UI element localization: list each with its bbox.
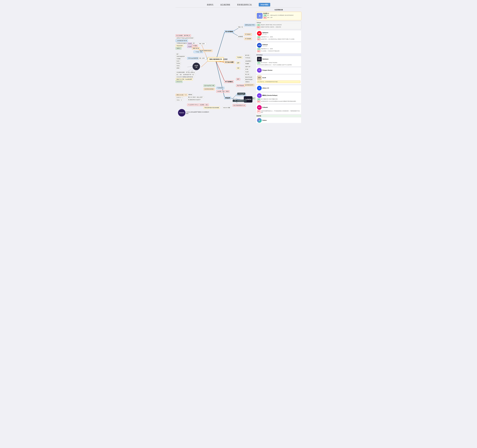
rollups-con-badge: 缺点 (257, 26, 260, 28)
nakamoto-node: Nakamoto 数数 (222, 107, 231, 109)
header-item-1: 多链时代 (207, 4, 213, 6)
starkware-logo: STK (257, 57, 262, 61)
scaling-solution: 上述问题促进扩展方案 (176, 40, 188, 42)
chain-activity-cost: 链上活动增多，成本不断上升 (176, 35, 191, 37)
svg-line-0 (216, 32, 225, 61)
consensus-type: 共识模型 (176, 58, 181, 60)
single-chain-counter: 单链（反例） (198, 43, 206, 45)
eth-pro-text: 最大、最多dApp生态 | EVM网络效应 | 最大的开发者社区 (267, 15, 294, 17)
op-pro-text: 有效利用ETH L2、活跃性 (261, 36, 273, 38)
build-ecosystem: 自建生态 (176, 47, 181, 49)
solana-info: Solana (262, 120, 267, 121)
rollups-cons: 缺点 依赖集中式排序器 | 互操作性 — 有退出时间 (257, 26, 301, 28)
arb-cons: 缺点 中心化风险 — 不具有无许可可验证证明 (257, 50, 300, 52)
celestia-pros: 优势 执行与数据分层 | 潜在中期解决方案 (257, 98, 300, 100)
ibc-node: IBC（跨链通信协议） (233, 100, 247, 102)
osmosis-section: Osmosis Cosmos上的dApp链资产直接进入Osmo链域DeFi集成 (178, 109, 209, 117)
runtime-node: Runtime (176, 62, 181, 64)
ph-logo: PH (257, 68, 262, 73)
specialization-advantages-node: 专门化3大优势 (224, 61, 234, 64)
core-dev-centralization: 核心开发的高度去中心化 (233, 104, 246, 106)
eth-logo: ⟡ (257, 13, 262, 19)
special-env1-node: 专门的设计 (244, 33, 252, 35)
indo-node: Indo投票、验包、浏览器 (216, 90, 230, 93)
dapp-chain-left: dApp链 (187, 46, 192, 48)
rollups-section: Rollups 优势 更低成本 | 更快用户体验 | Ethereum的安全性 … (256, 21, 301, 29)
header-item-3: 更多项目选择专门化 (237, 4, 252, 6)
ph-name: Polygon Hermez (262, 70, 272, 71)
polkadot-con-badge: 缺点 (257, 110, 261, 113)
scroll-section: SCR Scroll 未上市的产品，未来路线图的时间还不确定 (256, 75, 301, 84)
dapp-chain-node: dApp链 (244, 71, 250, 73)
rollups-pros: 优势 更低成本 | 更快用户体验 | Ethereum的安全性 (257, 24, 301, 26)
rollups-con-text: 依赖集中式排序器 | 互操作性 — 有退出时间 (261, 26, 281, 28)
vm-node: 虚拟机 (176, 67, 180, 69)
op-header: OP Optimism 第一ORU (257, 31, 300, 36)
page-wrapper: 多链时代 自己做定制链 更多项目选择专门化 Delphi观点 (174, 0, 303, 124)
dev-skill-node: 更多的开发技能 (244, 78, 253, 81)
eth-con-badge: 缺点 (263, 17, 267, 19)
starkware-pros: 优势 核心支柱技术 — 组织处于初步阶段 (257, 62, 300, 64)
eth-pros-row: 优势 最大、最多dApp生态 | EVM网络效应 | 最大的开发者社区 (263, 15, 294, 17)
revenue-model-node: 定制收费模式 (244, 60, 252, 62)
composability-req: 可组合性需求 (176, 45, 184, 47)
rollups-pro-badge: 优势 (257, 24, 260, 26)
celestia-section: CEL 模块化 (Celestia Rollups) 优势 执行与数据分层 | … (256, 92, 301, 104)
scroll-logo: SCR (257, 76, 262, 80)
osmosis-desc: Cosmos上的dApp链资产直接进入Osmo链域DeFi集成 (186, 111, 209, 114)
customizable-node: 可定制性 (236, 56, 243, 59)
starkware-info: Starkware (262, 58, 268, 60)
tx-share: 审查交易所需的共谋实体的数量 (203, 107, 220, 109)
high-speed-header: 高速单链 (256, 115, 301, 117)
consumer-chain: 消费者链 (187, 94, 193, 96)
arb-name: Arbitrum (262, 44, 268, 45)
celestia-name: 模块化 (Celestia Rollups) (262, 94, 277, 96)
zksync-logo: ZK (257, 86, 262, 90)
celestia-pro-badge: 优势 (257, 98, 261, 100)
polkadot-con-text: 互操作性需要寄租权主义 — 平行链拍卖机制 | 没有显著优势 — 可随时被替换平… (261, 110, 300, 113)
team-deploy: 独立团队相邻自行改进共升 (187, 99, 202, 101)
celestia-pro-text: 执行与数据分层 | 潜在中期解决方案 (261, 98, 278, 100)
arb-con-badge: 缺点 (257, 50, 261, 52)
blockchain-space: 成本取决于其他dApp的区块空间需求 (176, 37, 194, 39)
polkadot-cons: 缺点 互操作性需要寄租权主义 — 平行链拍卖机制 | 没有显著优势 — 可随时被… (257, 110, 300, 113)
zksync-info: zkSync 2.0 (262, 87, 269, 89)
single-chain-node: 单链一统 (237, 26, 244, 28)
celestia-con-badge: 缺点 (257, 100, 261, 103)
delphi-badge[interactable]: Delphi观点 (259, 3, 270, 6)
ph-info: Polygon Hermez (262, 70, 272, 71)
eth-chain-header: ⟡ 以太坊 L1 优势 最大、最多dApp生态 | EVM网络效应 | 最大的开… (257, 12, 301, 19)
osmosis-label: Osmosis (179, 112, 184, 113)
memory-node: 内存池 (176, 65, 180, 67)
right-title: 生态系统比较 (256, 9, 301, 11)
mindmap-container: 顶级公链的路线之争、及优劣 两大经局路线 单链一统 多链联盟 通用化的执行环境 … (176, 9, 255, 121)
left-panel: 顶级公链的路线之争、及优劣 两大经局路线 单链一统 多链联盟 通用化的执行环境 … (176, 9, 255, 121)
center-node: 顶级公链的路线之争、及优劣 (208, 57, 224, 61)
starkware-section: STK Starkware 优势 核心支柱技术 — 组织处于初步阶段 dYdX从… (256, 56, 301, 66)
single-chain-counter2: 单链（反例） (198, 57, 206, 59)
svg-line-5 (201, 61, 208, 67)
cross-chain-arch-node: 跨链架构 (224, 97, 231, 99)
eth-l1-section: ⟡ 以太坊 L1 优势 最大、最多dApp生态 | EVM网络效应 | 最大的开… (256, 12, 301, 20)
arb-con-text: 中心化风险 — 不具有无许可可验证证明 (261, 50, 279, 52)
sovereignty-node: 主权 (236, 67, 240, 69)
zk-rollups-header: ZK Rollups (256, 54, 301, 56)
op-con-badge: 缺点 (257, 38, 261, 40)
cost-node-left: 成本 (192, 42, 196, 44)
rollups-pro-text: 更低成本 | 更快用户体验 | Ethereum的安全性 (261, 24, 282, 26)
two-paths-node: 两大经局路线 (225, 30, 234, 33)
celestia-header: CEL 模块化 (Celestia Rollups) (257, 93, 300, 98)
zksync-header: ZK zkSync 2.0 (257, 86, 300, 90)
op-info: Optimism 第一ORU (262, 32, 268, 35)
arb-pros: 优势 有效利用ETH L2、活跃性 (257, 48, 300, 50)
arb-header: ARB Arbitrum EVM ORU (257, 43, 300, 48)
op-pro-badge: 优势 (257, 36, 261, 38)
op-tag: 第一ORU (262, 34, 268, 35)
eth-con-text: 速度、成本 (267, 17, 273, 19)
solana-section: S Solana 优势 高吞吐量 — 显利快的出块时间 缺点 验证者 — 无利润… (256, 117, 301, 123)
reduce-dev-node: 减少dApp开发工作量 (203, 84, 215, 87)
op-con-text: tps低且不够 — Arb占更多的Rollup | 桥接设计空间可不成熟 | 中… (261, 38, 294, 40)
share-node: 独享 (176, 53, 179, 55)
one-dapp-one-chain: 一个dApp一条链 (194, 51, 203, 53)
targeted-optimize-node: 针对性优化 (244, 57, 251, 59)
